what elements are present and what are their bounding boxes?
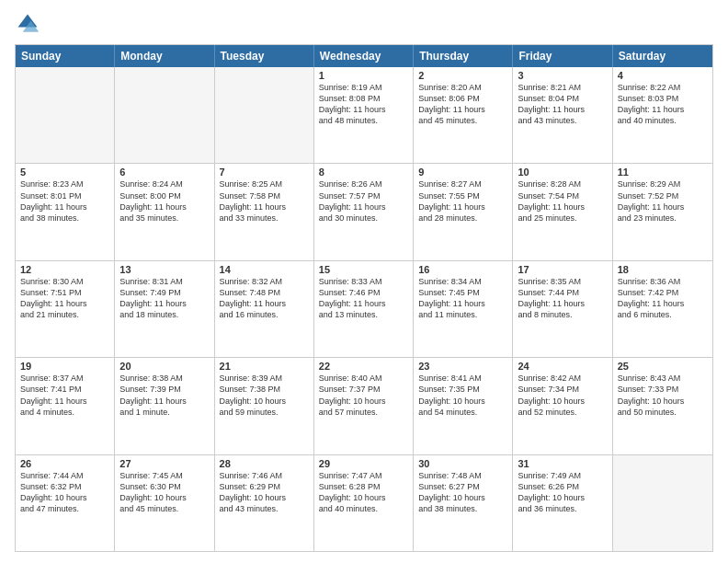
weekday-header-monday: Monday <box>115 45 214 67</box>
day-info: Sunrise: 8:42 AM Sunset: 7:34 PM Dayligh… <box>518 373 607 418</box>
weekday-header-wednesday: Wednesday <box>314 45 414 67</box>
empty-cell <box>215 67 314 163</box>
day-cell-14: 14Sunrise: 8:32 AM Sunset: 7:48 PM Dayli… <box>215 261 314 357</box>
empty-cell <box>16 67 115 163</box>
day-cell-23: 23Sunrise: 8:41 AM Sunset: 7:35 PM Dayli… <box>414 358 513 454</box>
calendar: SundayMondayTuesdayWednesdayThursdayFrid… <box>15 44 713 552</box>
day-number: 21 <box>220 361 309 372</box>
day-cell-20: 20Sunrise: 8:38 AM Sunset: 7:39 PM Dayli… <box>115 358 214 454</box>
day-number: 6 <box>119 167 209 178</box>
day-info: Sunrise: 8:34 AM Sunset: 7:45 PM Dayligh… <box>418 276 507 321</box>
day-info: Sunrise: 8:29 AM Sunset: 7:52 PM Dayligh… <box>618 178 708 224</box>
header <box>15 11 713 37</box>
day-cell-4: 4Sunrise: 8:22 AM Sunset: 8:03 PM Daylig… <box>613 67 712 163</box>
logo <box>15 11 44 37</box>
day-number: 31 <box>518 458 607 469</box>
day-cell-5: 5Sunrise: 8:23 AM Sunset: 8:01 PM Daylig… <box>16 164 115 259</box>
day-info: Sunrise: 7:48 AM Sunset: 6:27 PM Dayligh… <box>418 470 507 515</box>
day-number: 27 <box>119 458 209 469</box>
day-number: 30 <box>418 458 507 469</box>
calendar-row-1: 1Sunrise: 8:19 AM Sunset: 8:08 PM Daylig… <box>16 67 712 163</box>
calendar-row-4: 19Sunrise: 8:37 AM Sunset: 7:41 PM Dayli… <box>16 357 712 454</box>
empty-cell <box>613 455 712 551</box>
day-info: Sunrise: 8:33 AM Sunset: 7:46 PM Dayligh… <box>319 276 408 321</box>
day-info: Sunrise: 8:41 AM Sunset: 7:35 PM Dayligh… <box>418 373 507 418</box>
day-number: 10 <box>518 167 607 178</box>
day-cell-12: 12Sunrise: 8:30 AM Sunset: 7:51 PM Dayli… <box>16 261 115 357</box>
day-info: Sunrise: 7:45 AM Sunset: 6:30 PM Dayligh… <box>119 470 209 515</box>
day-cell-10: 10Sunrise: 8:28 AM Sunset: 7:54 PM Dayli… <box>513 164 612 259</box>
day-cell-24: 24Sunrise: 8:42 AM Sunset: 7:34 PM Dayli… <box>513 358 612 454</box>
day-number: 9 <box>418 167 507 178</box>
empty-cell <box>115 67 214 163</box>
day-info: Sunrise: 8:24 AM Sunset: 8:00 PM Dayligh… <box>119 178 209 224</box>
day-number: 12 <box>20 264 109 275</box>
day-info: Sunrise: 8:37 AM Sunset: 7:41 PM Dayligh… <box>20 373 109 418</box>
day-cell-1: 1Sunrise: 8:19 AM Sunset: 8:08 PM Daylig… <box>314 67 414 163</box>
day-info: Sunrise: 8:25 AM Sunset: 7:58 PM Dayligh… <box>220 178 309 224</box>
weekday-header-friday: Friday <box>513 45 612 67</box>
day-number: 2 <box>418 70 507 81</box>
day-cell-27: 27Sunrise: 7:45 AM Sunset: 6:30 PM Dayli… <box>115 455 214 551</box>
day-number: 3 <box>518 70 607 81</box>
day-info: Sunrise: 8:36 AM Sunset: 7:42 PM Dayligh… <box>618 276 708 321</box>
day-info: Sunrise: 8:43 AM Sunset: 7:33 PM Dayligh… <box>618 373 708 418</box>
page: SundayMondayTuesdayWednesdayThursdayFrid… <box>0 0 728 563</box>
day-number: 16 <box>418 264 507 275</box>
day-number: 1 <box>319 70 408 81</box>
weekday-header-saturday: Saturday <box>613 45 712 67</box>
day-cell-13: 13Sunrise: 8:31 AM Sunset: 7:49 PM Dayli… <box>115 261 214 357</box>
day-info: Sunrise: 8:19 AM Sunset: 8:08 PM Dayligh… <box>319 82 408 127</box>
calendar-body: 1Sunrise: 8:19 AM Sunset: 8:08 PM Daylig… <box>16 67 712 551</box>
day-cell-8: 8Sunrise: 8:26 AM Sunset: 7:57 PM Daylig… <box>314 164 414 259</box>
day-info: Sunrise: 8:32 AM Sunset: 7:48 PM Dayligh… <box>220 276 309 321</box>
day-info: Sunrise: 8:39 AM Sunset: 7:38 PM Dayligh… <box>220 373 309 418</box>
day-info: Sunrise: 8:27 AM Sunset: 7:55 PM Dayligh… <box>418 178 507 224</box>
day-cell-25: 25Sunrise: 8:43 AM Sunset: 7:33 PM Dayli… <box>613 358 712 454</box>
day-cell-3: 3Sunrise: 8:21 AM Sunset: 8:04 PM Daylig… <box>513 67 612 163</box>
day-info: Sunrise: 8:22 AM Sunset: 8:03 PM Dayligh… <box>618 82 708 127</box>
day-info: Sunrise: 8:35 AM Sunset: 7:44 PM Dayligh… <box>518 276 607 321</box>
day-number: 22 <box>319 361 408 372</box>
day-number: 14 <box>220 264 309 275</box>
day-cell-29: 29Sunrise: 7:47 AM Sunset: 6:28 PM Dayli… <box>314 455 414 551</box>
day-info: Sunrise: 8:38 AM Sunset: 7:39 PM Dayligh… <box>119 373 209 418</box>
day-cell-26: 26Sunrise: 7:44 AM Sunset: 6:32 PM Dayli… <box>16 455 115 551</box>
day-cell-18: 18Sunrise: 8:36 AM Sunset: 7:42 PM Dayli… <box>613 261 712 357</box>
day-cell-2: 2Sunrise: 8:20 AM Sunset: 8:06 PM Daylig… <box>414 67 513 163</box>
day-number: 7 <box>220 167 309 178</box>
day-cell-21: 21Sunrise: 8:39 AM Sunset: 7:38 PM Dayli… <box>215 358 314 454</box>
day-cell-9: 9Sunrise: 8:27 AM Sunset: 7:55 PM Daylig… <box>414 164 513 259</box>
day-number: 24 <box>518 361 607 372</box>
weekday-header-tuesday: Tuesday <box>215 45 314 67</box>
day-cell-22: 22Sunrise: 8:40 AM Sunset: 7:37 PM Dayli… <box>314 358 414 454</box>
day-info: Sunrise: 7:44 AM Sunset: 6:32 PM Dayligh… <box>20 470 109 515</box>
day-number: 18 <box>618 264 708 275</box>
day-info: Sunrise: 8:28 AM Sunset: 7:54 PM Dayligh… <box>518 178 607 224</box>
day-info: Sunrise: 8:23 AM Sunset: 8:01 PM Dayligh… <box>20 178 109 224</box>
day-info: Sunrise: 8:30 AM Sunset: 7:51 PM Dayligh… <box>20 276 109 321</box>
day-info: Sunrise: 8:26 AM Sunset: 7:57 PM Dayligh… <box>319 178 408 224</box>
day-cell-15: 15Sunrise: 8:33 AM Sunset: 7:46 PM Dayli… <box>314 261 414 357</box>
day-number: 8 <box>319 167 408 178</box>
day-cell-16: 16Sunrise: 8:34 AM Sunset: 7:45 PM Dayli… <box>414 261 513 357</box>
day-number: 11 <box>618 167 708 178</box>
day-number: 5 <box>20 167 109 178</box>
day-number: 13 <box>119 264 209 275</box>
day-info: Sunrise: 8:21 AM Sunset: 8:04 PM Dayligh… <box>518 82 607 127</box>
day-cell-31: 31Sunrise: 7:49 AM Sunset: 6:26 PM Dayli… <box>513 455 612 551</box>
day-cell-30: 30Sunrise: 7:48 AM Sunset: 6:27 PM Dayli… <box>414 455 513 551</box>
day-info: Sunrise: 7:47 AM Sunset: 6:28 PM Dayligh… <box>319 470 408 515</box>
calendar-row-3: 12Sunrise: 8:30 AM Sunset: 7:51 PM Dayli… <box>16 260 712 357</box>
day-cell-28: 28Sunrise: 7:46 AM Sunset: 6:29 PM Dayli… <box>215 455 314 551</box>
day-cell-19: 19Sunrise: 8:37 AM Sunset: 7:41 PM Dayli… <box>16 358 115 454</box>
day-cell-17: 17Sunrise: 8:35 AM Sunset: 7:44 PM Dayli… <box>513 261 612 357</box>
day-number: 29 <box>319 458 408 469</box>
day-number: 20 <box>119 361 209 372</box>
calendar-header: SundayMondayTuesdayWednesdayThursdayFrid… <box>16 45 712 67</box>
day-number: 15 <box>319 264 408 275</box>
logo-icon <box>15 11 40 37</box>
day-cell-11: 11Sunrise: 8:29 AM Sunset: 7:52 PM Dayli… <box>613 164 712 259</box>
day-number: 19 <box>20 361 109 372</box>
day-info: Sunrise: 8:40 AM Sunset: 7:37 PM Dayligh… <box>319 373 408 418</box>
